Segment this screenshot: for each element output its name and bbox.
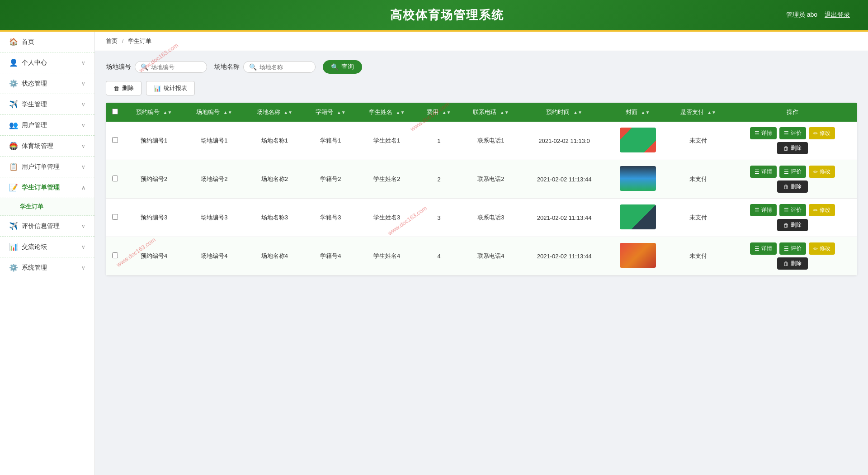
orders-table: 预约编号 ▲▼ 场地编号 ▲▼ 场地名称 ▲▼ bbox=[106, 103, 857, 276]
edit-button-1[interactable]: ✏ 修改 bbox=[809, 166, 835, 178]
venue-name-input[interactable] bbox=[259, 64, 310, 71]
chevron-up-icon: ∧ bbox=[81, 185, 85, 191]
cell-cover bbox=[608, 237, 668, 276]
chevron-down-icon-4: ∨ bbox=[81, 122, 85, 128]
edit-button-0[interactable]: ✏ 修改 bbox=[809, 127, 835, 139]
cell-actions: ☰ 详情 ☰ 评价 ✏ 修改 🗑 删 bbox=[728, 237, 857, 276]
sort-icon-7: ▲▼ bbox=[500, 110, 509, 115]
cell-fee: 1 bbox=[417, 122, 461, 160]
review-button-1[interactable]: ☰ 评价 bbox=[779, 166, 806, 178]
breadcrumb-separator: / bbox=[122, 38, 124, 44]
sort-icon-5: ▲▼ bbox=[396, 110, 405, 115]
sidebar-item-system[interactable]: ⚙️ 系统管理 ∨ bbox=[0, 257, 94, 278]
cell-fee: 4 bbox=[417, 237, 461, 276]
col-fee: 费用 ▲▼ bbox=[417, 103, 461, 122]
row-actions-top: ☰ 详情 ☰ 评价 ✏ 修改 bbox=[750, 127, 835, 139]
venue-code-input[interactable] bbox=[151, 64, 201, 71]
logout-button[interactable]: 退出登录 bbox=[825, 11, 850, 19]
cell-student-no: 学籍号2 bbox=[305, 160, 357, 199]
query-button[interactable]: 🔍 查询 bbox=[323, 60, 362, 74]
trash-icon-row: 🗑 bbox=[783, 222, 789, 228]
cell-cover bbox=[608, 122, 668, 160]
col-venue-code: 场地编号 ▲▼ bbox=[184, 103, 244, 122]
col-cover: 封面 ▲▼ bbox=[608, 103, 668, 122]
detail-button-0[interactable]: ☰ 详情 bbox=[750, 127, 777, 139]
row-checkbox-2[interactable] bbox=[112, 214, 118, 220]
detail-button-1[interactable]: ☰ 详情 bbox=[750, 166, 777, 178]
cell-actions: ☰ 详情 ☰ 评价 ✏ 修改 🗑 删 bbox=[728, 160, 857, 199]
edit-button-3[interactable]: ✏ 修改 bbox=[809, 242, 835, 255]
row-delete-button-3[interactable]: 🗑 删除 bbox=[777, 257, 808, 270]
cell-venue-code: 场地编号1 bbox=[184, 122, 244, 160]
cell-paid: 未支付 bbox=[668, 160, 728, 199]
sidebar-item-user-order[interactable]: 📋 用户订单管理 ∨ bbox=[0, 157, 94, 177]
sidebar-item-status[interactable]: ⚙️ 状态管理 ∨ bbox=[0, 73, 94, 94]
row-action-group: ☰ 详情 ☰ 评价 ✏ 修改 🗑 删 bbox=[732, 127, 854, 154]
select-all-header bbox=[106, 103, 124, 122]
review-button-0[interactable]: ☰ 评价 bbox=[779, 127, 806, 139]
trash-icon-row: 🗑 bbox=[783, 145, 789, 152]
row-delete-button-1[interactable]: 🗑 删除 bbox=[777, 180, 808, 193]
cell-contact: 联系电话3 bbox=[461, 199, 521, 237]
cell-student-name: 学生姓名2 bbox=[357, 160, 417, 199]
search-bar: 场地编号 🔍 场地名称 🔍 🔍 查询 bbox=[106, 60, 857, 74]
trash-icon-row: 🗑 bbox=[783, 261, 789, 267]
row-checkbox-cell bbox=[106, 199, 124, 237]
settings-icon: ⚙️ bbox=[9, 79, 18, 88]
sidebar-item-student-order[interactable]: 📝 学生订单管理 ∧ bbox=[0, 177, 94, 198]
review-icon-row: ☰ bbox=[784, 207, 789, 214]
sidebar-item-user-mgmt[interactable]: 👥 用户管理 ∨ bbox=[0, 115, 94, 136]
sidebar-item-home[interactable]: 🏠 首页 bbox=[0, 32, 94, 52]
row-checkbox-0[interactable] bbox=[112, 137, 118, 143]
sidebar-item-venue[interactable]: 🏟️ 体育场管理 ∨ bbox=[0, 136, 94, 157]
row-delete-button-0[interactable]: 🗑 删除 bbox=[777, 142, 808, 154]
edit-button-2[interactable]: ✏ 修改 bbox=[809, 204, 835, 216]
cell-venue-code: 场地编号3 bbox=[184, 199, 244, 237]
breadcrumb: 首页 / 学生订单 bbox=[95, 32, 868, 51]
row-delete-button-2[interactable]: 🗑 删除 bbox=[777, 219, 808, 231]
cell-student-name: 学生姓名4 bbox=[357, 237, 417, 276]
sidebar-item-review[interactable]: ✈️ 评价信息管理 ∨ bbox=[0, 216, 94, 237]
row-checkbox-3[interactable] bbox=[112, 252, 118, 258]
cell-cover bbox=[608, 199, 668, 237]
sidebar-item-profile[interactable]: 👤 个人中心 ∨ bbox=[0, 52, 94, 73]
table-row: 预约编号1 场地编号1 场地名称1 学籍号1 学生姓名1 1 联系电话1 202… bbox=[106, 122, 857, 160]
delete-button[interactable]: 🗑 删除 bbox=[106, 81, 142, 95]
stats-button[interactable]: 📊 统计报表 bbox=[146, 81, 195, 95]
col-student-no: 字籍号 ▲▼ bbox=[305, 103, 357, 122]
user-label: 管理员 abo bbox=[786, 11, 817, 19]
sort-icon-3: ▲▼ bbox=[283, 110, 292, 115]
row-action-group: ☰ 详情 ☰ 评价 ✏ 修改 🗑 删 bbox=[732, 242, 854, 270]
main-layout: 🏠 首页 👤 个人中心 ∨ ⚙️ 状态管理 ∨ ✈️ 学生管理 ∨ bbox=[0, 32, 868, 475]
col-contact: 联系电话 ▲▼ bbox=[461, 103, 521, 122]
col-booking-time: 预约时间 ▲▼ bbox=[521, 103, 608, 122]
search-icon-2: 🔍 bbox=[249, 63, 257, 71]
row-checkbox-cell bbox=[106, 160, 124, 199]
sidebar-item-student-order-sub[interactable]: 学生订单 bbox=[0, 198, 94, 216]
breadcrumb-home[interactable]: 首页 bbox=[106, 38, 118, 44]
system-icon: ⚙️ bbox=[9, 263, 18, 272]
review-icon-row: ☰ bbox=[784, 246, 789, 252]
review-button-2[interactable]: ☰ 评价 bbox=[779, 204, 806, 216]
venue-code-label: 场地编号 bbox=[106, 63, 131, 71]
col-paid: 是否支付 ▲▼ bbox=[668, 103, 728, 122]
select-all-checkbox[interactable] bbox=[112, 109, 118, 114]
forum-icon: 📊 bbox=[9, 242, 18, 251]
chart-icon: 📊 bbox=[154, 85, 161, 92]
cell-booking-time: 2021-02-02 11:13:44 bbox=[521, 237, 608, 276]
list-icon: ☰ bbox=[755, 207, 760, 214]
detail-button-3[interactable]: ☰ 详情 bbox=[750, 242, 777, 255]
chevron-down-icon-9: ∨ bbox=[81, 265, 85, 271]
detail-button-2[interactable]: ☰ 详情 bbox=[750, 204, 777, 216]
review-button-3[interactable]: ☰ 评价 bbox=[779, 242, 806, 255]
table-row: 预约编号2 场地编号2 场地名称2 学籍号2 学生姓名2 2 联系电话2 202… bbox=[106, 160, 857, 199]
chevron-down-icon-8: ∨ bbox=[81, 244, 85, 250]
row-checkbox-1[interactable] bbox=[112, 176, 118, 181]
cell-venue-name: 场地名称1 bbox=[245, 122, 305, 160]
list-icon: ☰ bbox=[755, 169, 760, 175]
chevron-down-icon-6: ∨ bbox=[81, 164, 85, 170]
cell-actions: ☰ 详情 ☰ 评价 ✏ 修改 🗑 删 bbox=[728, 122, 857, 160]
sidebar-item-forum[interactable]: 📊 交流论坛 ∨ bbox=[0, 237, 94, 257]
sidebar-item-student-mgmt[interactable]: ✈️ 学生管理 ∨ bbox=[0, 94, 94, 115]
cell-student-no: 学籍号3 bbox=[305, 199, 357, 237]
